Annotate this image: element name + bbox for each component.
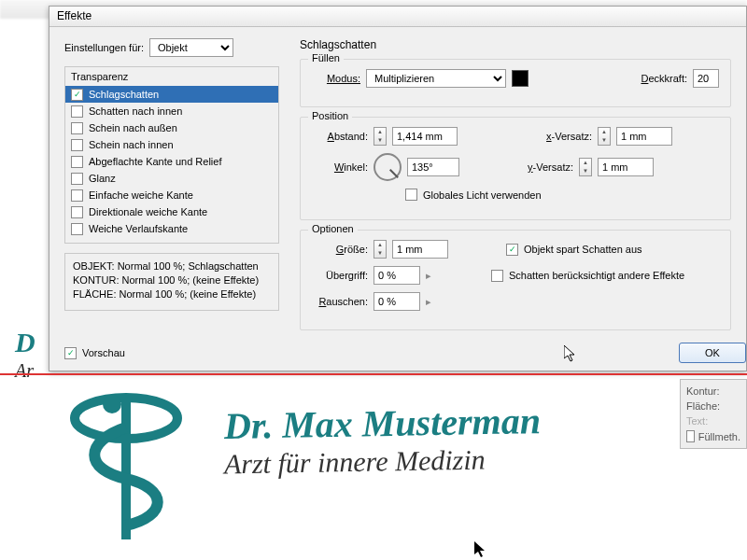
distance-label: Abstand:	[312, 131, 368, 142]
honors-checkbox[interactable]	[491, 270, 503, 282]
opacity-input[interactable]	[693, 69, 719, 88]
side-text: Text:	[686, 413, 740, 428]
side-kontur[interactable]: Kontur:	[686, 384, 740, 399]
color-swatch[interactable]	[512, 70, 529, 87]
spinner-icon[interactable]: ▲▼	[374, 127, 387, 146]
checkbox[interactable]	[71, 156, 83, 168]
position-group: Position Abstand: ▲▼ x-Versatz: ▲▼ Winke…	[300, 117, 731, 220]
mode-select[interactable]: Multiplizieren	[366, 69, 506, 88]
transparency-group: Transparenz ✓ Schlagschatten Schatten na…	[64, 66, 279, 244]
knockout-checkbox[interactable]: ✓	[506, 244, 518, 256]
checkbox[interactable]	[71, 122, 83, 134]
dialog-title: Effekte	[49, 7, 746, 27]
checkbox[interactable]	[71, 139, 83, 151]
spinner-icon[interactable]: ▲▼	[598, 127, 611, 146]
effect-label: Glanz	[89, 173, 116, 184]
check-icon[interactable]: ✓	[71, 89, 83, 101]
options-group: Optionen Größe: ▲▼ ✓ Objekt spart Schatt…	[300, 230, 731, 330]
spinner-icon[interactable]: ▲▼	[579, 158, 592, 176]
noise-input[interactable]	[374, 292, 420, 311]
bg-headline-peek: D	[15, 327, 35, 358]
opacity-label: Deckkraft:	[641, 73, 687, 84]
xoffset-label: x-Versatz:	[534, 131, 592, 142]
effect-label: Schatten nach innen	[89, 105, 182, 117]
effect-label: Weiche Verlaufskante	[89, 223, 188, 234]
transparency-label: Transparenz	[65, 71, 278, 86]
settings-for-select[interactable]: Objekt	[149, 38, 233, 57]
svg-point-1	[103, 395, 121, 413]
global-light-label: Globales Licht verwenden	[423, 189, 542, 201]
mode-label: Modus:	[312, 73, 360, 84]
effect-label: Schein nach außen	[89, 122, 177, 133]
fill-group: Füllen Modus: Multiplizieren Deckkraft:	[300, 59, 731, 107]
medical-logo-icon	[56, 390, 196, 551]
side-flaeche[interactable]: Fläche:	[686, 399, 740, 413]
artwork-headline: Dr. Max Musterman	[224, 399, 542, 448]
panel-title: Schlagschatten	[300, 38, 731, 51]
distance-input[interactable]	[392, 127, 458, 146]
checkbox[interactable]	[71, 206, 83, 218]
size-input[interactable]	[392, 240, 448, 259]
effect-item[interactable]: Glanz	[65, 170, 278, 187]
effect-item[interactable]: Schatten nach innen	[65, 103, 278, 119]
artwork-subline: Arzt für innere Medizin	[224, 444, 486, 481]
preview-checkbox[interactable]: ✓	[64, 347, 77, 359]
preview-label: Vorschau	[82, 347, 125, 358]
knockout-label: Objekt spart Schatten aus	[524, 244, 642, 255]
angle-input[interactable]	[407, 158, 459, 176]
xoffset-input[interactable]	[616, 127, 672, 146]
fuellmeth-checkbox[interactable]	[686, 430, 695, 442]
settings-for-label: Einstellungen für:	[64, 42, 144, 53]
global-light-checkbox[interactable]	[405, 189, 417, 201]
yoffset-label: y-Versatz:	[515, 161, 573, 173]
effect-item[interactable]: Abgeflachte Kante und Relief	[65, 153, 278, 170]
checkbox[interactable]	[71, 173, 83, 185]
status-summary: OBJEKT: Normal 100 %; Schlagschatten KON…	[64, 253, 279, 311]
effects-dialog: Effekte Einstellungen für: Objekt Transp…	[49, 6, 747, 371]
effect-item[interactable]: Weiche Verlaufskante	[65, 220, 278, 237]
effect-label: Schlagschatten	[89, 89, 159, 100]
effect-item[interactable]: Schein nach innen	[65, 136, 278, 153]
checkbox[interactable]	[71, 223, 83, 235]
size-label: Größe:	[312, 244, 368, 255]
effect-item-schlagschatten[interactable]: ✓ Schlagschatten	[65, 86, 278, 103]
guide-line	[0, 373, 747, 375]
effect-item[interactable]: Schein nach außen	[65, 119, 278, 136]
checkbox[interactable]	[71, 105, 83, 118]
effect-label: Direktionale weiche Kante	[89, 206, 207, 217]
side-fuellmeth: Füllmeth.	[698, 431, 740, 442]
spread-label: Übergriff:	[312, 270, 368, 281]
effect-item[interactable]: Einfache weiche Kante	[65, 187, 278, 203]
effect-item[interactable]: Direktionale weiche Kante	[65, 203, 278, 220]
angle-dial-icon[interactable]	[374, 153, 402, 181]
ok-button[interactable]: OK	[679, 343, 746, 363]
side-panel: Kontur: Fläche: Text: Füllmeth.	[680, 379, 747, 449]
effect-label: Einfache weiche Kante	[89, 189, 193, 201]
honors-label: Schatten berücksichtigt andere Effekte	[509, 270, 684, 281]
effect-label: Schein nach innen	[89, 139, 174, 150]
spinner-icon[interactable]: ▲▼	[374, 240, 387, 259]
checkbox[interactable]	[71, 189, 83, 202]
angle-label: Winkel:	[312, 161, 368, 173]
noise-label: Rauschen:	[312, 296, 368, 307]
yoffset-input[interactable]	[598, 158, 654, 176]
effect-label: Abgeflachte Kante und Relief	[89, 156, 222, 167]
spread-input[interactable]	[374, 266, 420, 285]
